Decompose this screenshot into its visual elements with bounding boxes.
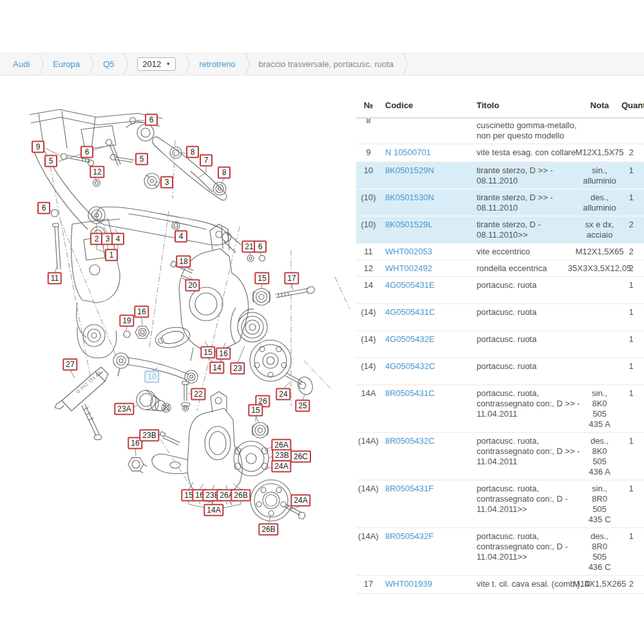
callout-8[interactable]: 8: [186, 146, 199, 158]
callout-17[interactable]: 17: [284, 272, 299, 285]
table-row-14[interactable]: 144G0505431Eportacusc. ruota1: [356, 277, 644, 304]
part-code-link[interactable]: 8K0501529N: [385, 162, 474, 176]
part-qty: 1: [626, 433, 636, 446]
callout-11[interactable]: 11: [48, 272, 62, 285]
callout-4[interactable]: 4: [111, 233, 124, 245]
table-row-8[interactable]: 8cuscinetto gomma-metallo,non per questo…: [356, 117, 644, 144]
table-row-12[interactable]: 12WHT002492rondella eccentrica35X3X3,5X1…: [356, 260, 644, 277]
callout-6[interactable]: 6: [145, 114, 158, 126]
part-qty: 1: [626, 528, 636, 542]
table-row-10[interactable]: (10)8K0501530Ntirante sterzo, D >> -08.1…: [356, 189, 644, 216]
part-nota: [567, 358, 632, 361]
callout-6[interactable]: 6: [37, 202, 50, 214]
part-nota: [567, 331, 632, 334]
breadcrumb-item-braccio-trasversale-portacusc-ruota: braccio trasversale, portacusc. ruota: [251, 59, 402, 69]
callout-16[interactable]: 16: [216, 348, 231, 360]
breadcrumb-separator: [37, 53, 45, 75]
part-code-link[interactable]: WHT002492: [385, 260, 474, 274]
part-code-link[interactable]: 8R0505432C: [385, 433, 474, 446]
callout-23b[interactable]: 23B: [139, 430, 159, 442]
table-row-14a[interactable]: (14A)8R0505432Fportacusc. ruota,contrass…: [356, 528, 644, 576]
callout-25[interactable]: 25: [295, 400, 310, 412]
callout-14[interactable]: 14: [209, 362, 224, 374]
part-code-link[interactable]: 8K0501530N: [385, 189, 474, 203]
row-num: (14A): [356, 528, 381, 542]
col-header-qty: Quantità: [621, 95, 644, 111]
row-num: 14: [356, 277, 381, 290]
callout-7[interactable]: 7: [200, 155, 213, 167]
row-num: (14A): [356, 433, 381, 446]
breadcrumb-item-europa[interactable]: Europa: [45, 59, 88, 69]
part-code-link[interactable]: 4G0505431E: [385, 277, 474, 290]
callout-14a[interactable]: 14A: [204, 504, 223, 516]
table-body: 8cuscinetto gomma-metallo,non per questo…: [356, 117, 644, 594]
part-qty: 2: [626, 243, 636, 257]
breadcrumb-item-audi[interactable]: Audi: [5, 59, 37, 69]
callout-15[interactable]: 15: [200, 346, 215, 359]
table-row-17[interactable]: 17WHT001939vite t. cil. cava esal. (comb…: [356, 576, 644, 594]
callout-20[interactable]: 20: [185, 279, 200, 292]
row-num: 10: [356, 162, 381, 176]
part-code-link[interactable]: 4G0505431C: [385, 304, 474, 317]
callout-4[interactable]: 4: [175, 231, 187, 243]
callout-6[interactable]: 6: [254, 241, 267, 253]
callout-22[interactable]: 22: [191, 388, 205, 401]
breadcrumb-item-retrotreno[interactable]: retrotreno: [191, 59, 243, 69]
part-code-link[interactable]: WHT002053: [385, 243, 474, 257]
callout-26b[interactable]: 26B: [258, 524, 278, 536]
callout-6[interactable]: 6: [80, 146, 93, 158]
callout-9[interactable]: 9: [32, 141, 44, 153]
part-code-link[interactable]: WHT001939: [385, 576, 474, 589]
breadcrumb-items: AudiEuropaQ52012▼retrotrenobraccio trasv…: [0, 53, 644, 75]
callout-3[interactable]: 3: [160, 176, 173, 189]
table-row-14a[interactable]: 14A8R0505431Cportacusc. ruota,contrasseg…: [356, 385, 644, 433]
callout-12[interactable]: 12: [90, 166, 104, 178]
table-row-14[interactable]: (14)4G0505432Eportacusc. ruota1: [356, 331, 644, 358]
part-code-link[interactable]: N 10500701: [385, 144, 474, 158]
row-num: (14): [356, 304, 381, 317]
table-row-9[interactable]: 9N 10500701vite testa esag. con collareM…: [356, 144, 644, 162]
callout-19[interactable]: 19: [119, 315, 134, 327]
part-code-link[interactable]: 8R0505431C: [385, 385, 474, 399]
callout-18[interactable]: 18: [176, 256, 191, 268]
breadcrumb-separator: [401, 53, 409, 75]
part-nota: des.,8K0505436 A: [567, 433, 632, 477]
part-code-link[interactable]: 8R0505431F: [385, 480, 474, 494]
row-num: (14): [356, 358, 381, 372]
part-code-link[interactable]: 4G0505432C: [385, 358, 474, 372]
table-row-10[interactable]: (10)8K0501529Ltirante sterzo, D -08.11.2…: [356, 216, 644, 243]
part-code-link[interactable]: 8R0505432F: [385, 528, 474, 542]
row-num: (14A): [356, 480, 381, 494]
callout-5[interactable]: 5: [135, 153, 148, 166]
callout-5[interactable]: 5: [44, 155, 57, 167]
breadcrumb-item-q5[interactable]: Q5: [95, 59, 122, 69]
callout-10-selected[interactable]: 10: [144, 371, 159, 383]
part-code-link[interactable]: 8K0501529L: [385, 216, 474, 230]
callout-8[interactable]: 8: [218, 167, 231, 179]
callout-24a[interactable]: 24A: [271, 460, 291, 473]
part-nota: M12X1,5X65: [567, 243, 632, 257]
table-row-14[interactable]: (14)4G0505431Cportacusc. ruota1: [356, 304, 644, 331]
callout-1[interactable]: 1: [105, 249, 118, 261]
callout-24a[interactable]: 24A: [290, 495, 310, 507]
part-code-link[interactable]: 4G0505432E: [385, 331, 474, 345]
sealant-tube-label: G 052 751 A1: [75, 370, 102, 393]
callout-15[interactable]: 15: [248, 404, 263, 417]
callout-23a[interactable]: 23A: [114, 403, 134, 415]
callout-26c[interactable]: 26C: [290, 451, 311, 463]
callout-26b[interactable]: 26B: [231, 489, 251, 502]
year-value: 2012: [142, 59, 161, 69]
callout-27[interactable]: 27: [62, 359, 77, 371]
table-row-11[interactable]: 11WHT002053vite eccentricoM12X1,5X652: [356, 243, 644, 260]
breadcrumb-separator: [243, 53, 251, 75]
callout-23[interactable]: 23: [230, 363, 245, 375]
year-selector[interactable]: 2012▼: [137, 57, 176, 71]
callout-24[interactable]: 24: [276, 388, 290, 401]
table-row-10[interactable]: 108K0501529Ntirante sterzo, D >> -08.11.…: [356, 162, 644, 189]
table-row-14a[interactable]: (14A)8R0505431Fportacusc. ruota,contrass…: [356, 480, 644, 528]
table-row-14a[interactable]: (14A)8R0505432Cportacusc. ruota,contrass…: [356, 433, 644, 480]
table-row-14[interactable]: (14)4G0505432Cportacusc. ruota1: [356, 358, 644, 385]
parts-table: № Codice Titolo Nota Quantità 8cuscinett…: [356, 95, 644, 594]
callout-15[interactable]: 15: [254, 272, 269, 285]
callout-16[interactable]: 16: [134, 306, 149, 318]
